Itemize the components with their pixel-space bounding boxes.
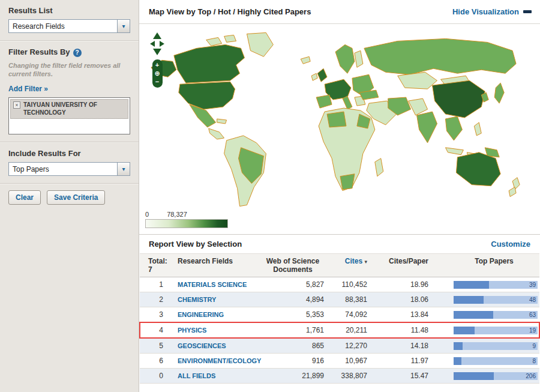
rank-cell: 4 — [140, 322, 173, 338]
research-field-cell: GEOSCIENCES — [173, 338, 257, 354]
wos-documents-cell: 1,761 — [257, 322, 329, 338]
country-australia[interactable] — [456, 152, 500, 186]
top-papers-bar: 39 — [454, 281, 538, 289]
country-algeria[interactable] — [327, 112, 346, 127]
customize-link[interactable]: Customize — [491, 240, 530, 249]
research-field-link[interactable]: CHEMISTRY — [178, 296, 216, 303]
region-southeast-asia[interactable] — [445, 116, 462, 140]
zoom-out-icon[interactable]: − — [155, 79, 159, 85]
region-afghanistan-pakistan[interactable] — [409, 98, 428, 115]
country-madagascar[interactable] — [375, 158, 383, 176]
filter-note: Changing the filter field removes all cu… — [8, 61, 130, 79]
country-cuba[interactable] — [217, 119, 227, 124]
map-view-header: Map View by Top / Hot / Highly Cited Pap… — [139, 0, 540, 24]
top-papers-bar-fill — [454, 281, 489, 289]
column-header-cites-per-paper: Cites/Paper — [372, 254, 449, 277]
esi-app: Results List Research Fields ▾ Filter Re… — [0, 0, 540, 392]
save-criteria-button[interactable]: Save Criteria — [47, 190, 105, 205]
country-new-zealand-south[interactable] — [509, 187, 516, 197]
top-papers-bar: 206 — [454, 372, 538, 380]
zoom-in-icon[interactable]: + — [155, 62, 159, 68]
arctic-islands[interactable] — [224, 35, 236, 42]
help-icon[interactable]: ? — [73, 49, 82, 57]
top-papers-count: 48 — [529, 296, 536, 304]
filter-item-taiyuan[interactable]: × TAIYUAN UNIVERSITY OF TECHNOLOGY — [10, 99, 128, 119]
top-papers-bar: 19 — [454, 327, 538, 334]
world-map-svg[interactable] — [146, 30, 535, 210]
top-papers-bar: 9 — [454, 342, 538, 350]
hide-visualization-link[interactable]: Hide Visualization — [452, 7, 532, 16]
column-header-cites[interactable]: Cites ▾ — [329, 254, 372, 277]
active-filters-box: × TAIYUAN UNIVERSITY OF TECHNOLOGY — [8, 97, 130, 134]
wos-documents-cell: 865 — [257, 338, 329, 354]
country-greenland[interactable] — [247, 32, 273, 56]
top-papers-cell: 19 — [449, 322, 539, 338]
research-field-link[interactable]: ENGINEERING — [178, 311, 224, 318]
results-list-dropdown[interactable]: Research Fields ▾ — [8, 19, 130, 33]
cites-cell: 12,270 — [329, 338, 372, 354]
region-scandinavia[interactable] — [335, 44, 355, 73]
legend-gradient-bar — [145, 219, 228, 228]
top-papers-bar: 48 — [454, 296, 538, 304]
research-field-link[interactable]: PHYSICS — [178, 327, 206, 334]
top-papers-count: 8 — [532, 357, 536, 365]
top-papers-cell: 48 — [449, 292, 539, 307]
pan-right-icon[interactable] — [160, 41, 164, 47]
map-view-title: Map View by Top / Hot / Highly Cited Pap… — [149, 7, 311, 16]
filter-section: Filter Results By? Changing the filter f… — [8, 47, 130, 134]
minimize-icon — [523, 10, 532, 13]
country-china[interactable] — [433, 80, 485, 118]
country-uk[interactable] — [317, 68, 327, 82]
research-field-link[interactable]: GEOSCIENCES — [178, 342, 226, 349]
sidebar: Results List Research Fields ▾ Filter Re… — [0, 0, 139, 392]
cites-cell: 338,807 — [329, 369, 372, 384]
include-results-heading: Include Results For — [8, 149, 130, 158]
results-list-heading: Results List — [8, 6, 130, 15]
country-indonesia[interactable] — [445, 148, 463, 155]
country-india[interactable] — [417, 112, 437, 143]
include-results-section: Include Results For Top Papers ▾ — [8, 149, 130, 176]
country-russia[interactable] — [364, 38, 516, 74]
top-papers-bar-fill — [454, 327, 475, 334]
pan-down-icon[interactable] — [153, 49, 161, 55]
top-papers-cell: 63 — [449, 307, 539, 323]
results-list-section: Results List Research Fields ▾ — [8, 6, 130, 33]
clear-button[interactable]: Clear — [8, 190, 41, 205]
research-field-link[interactable]: ALL FIELDS — [178, 372, 215, 379]
region-central-america[interactable] — [209, 128, 224, 139]
pan-up-icon[interactable] — [153, 32, 161, 39]
research-field-link[interactable]: MATERIALS SCIENCE — [178, 281, 247, 288]
chevron-down-icon[interactable]: ▾ — [117, 20, 130, 32]
country-usa[interactable] — [179, 82, 235, 109]
research-field-link[interactable]: ENVIRONMENT/ECOLOGY — [178, 357, 261, 364]
arctic-islands[interactable] — [206, 37, 222, 46]
add-filter-link[interactable]: Add Filter » — [8, 85, 48, 93]
hide-visualization-label: Hide Visualization — [452, 7, 519, 16]
country-finland[interactable] — [355, 50, 363, 67]
pan-left-icon[interactable] — [150, 41, 155, 47]
country-south-africa[interactable] — [340, 174, 355, 190]
filter-heading: Filter Results By? — [8, 47, 130, 57]
chevron-down-icon[interactable]: ▾ — [117, 163, 130, 175]
country-italy[interactable] — [343, 96, 352, 109]
country-iceland[interactable] — [301, 56, 310, 64]
country-ireland[interactable] — [311, 73, 317, 80]
remove-filter-icon[interactable]: × — [13, 101, 20, 109]
research-field-cell: ENVIRONMENT/ECOLOGY — [173, 354, 257, 369]
top-papers-count: 9 — [532, 342, 536, 350]
region-iberia[interactable] — [316, 95, 332, 108]
country-canada[interactable] — [174, 44, 245, 83]
top-papers-bar-fill — [454, 372, 494, 380]
table-row: 4 PHYSICS 1,761 20,211 11.48 19 — [140, 322, 539, 338]
country-japan[interactable] — [494, 83, 504, 103]
report-view-header: Report View by Selection Customize — [139, 234, 540, 253]
table-row: 5 GEOSCIENCES 865 12,270 14.18 9 — [140, 338, 539, 354]
include-results-dropdown[interactable]: Top Papers ▾ — [8, 162, 130, 176]
country-philippines[interactable] — [474, 122, 481, 136]
country-kazakhstan[interactable] — [398, 72, 437, 89]
cites-per-paper-cell: 18.06 — [372, 292, 449, 307]
cites-cell: 74,092 — [329, 307, 372, 323]
globe-icon[interactable]: ⊕ — [154, 70, 160, 77]
column-header-total: Total: 7 — [140, 254, 173, 277]
include-results-dropdown-value: Top Papers — [9, 163, 117, 175]
